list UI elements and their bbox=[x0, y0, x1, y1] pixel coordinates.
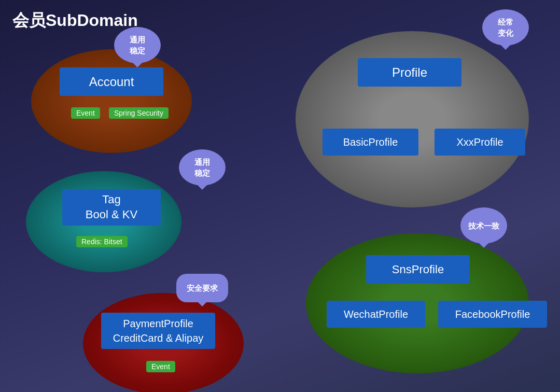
sns-profile-box: SnsProfile bbox=[366, 255, 470, 284]
profile-blob bbox=[296, 31, 529, 207]
wechat-profile-box: WechatProfile bbox=[327, 301, 425, 328]
tag-box: Tag Bool & KV bbox=[62, 189, 161, 226]
profile-box: Profile bbox=[358, 58, 461, 87]
page-title: 会员SubDomain bbox=[12, 9, 138, 32]
payment-box: PaymentProfile CreditCard & Alipay bbox=[101, 313, 215, 349]
callout-tech: 技术一致 bbox=[460, 207, 507, 244]
event-badge-account: Event bbox=[71, 107, 100, 119]
callout-change: 经常变化 bbox=[482, 9, 529, 46]
event-badge-payment: Event bbox=[146, 361, 175, 372]
redis-badge: Redis: Bitset bbox=[76, 236, 128, 247]
callout-stable2: 通用稳定 bbox=[179, 149, 226, 186]
callout-security: 安全要求 bbox=[176, 274, 228, 302]
callout-stable1-text: 通用稳定 bbox=[130, 34, 145, 56]
spring-security-badge: Spring Security bbox=[109, 107, 169, 119]
callout-change-text: 经常变化 bbox=[498, 17, 513, 38]
callout-security-text: 安全要求 bbox=[187, 283, 218, 293]
payment-line2: CreditCard & Alipay bbox=[113, 331, 204, 345]
callout-stable1: 通用稳定 bbox=[114, 27, 161, 63]
basic-profile-box: BasicProfile bbox=[323, 129, 418, 156]
payment-line1: PaymentProfile bbox=[123, 316, 193, 331]
callout-tech-text: 技术一致 bbox=[468, 220, 499, 231]
tag-line2: Bool & KV bbox=[86, 207, 137, 222]
account-box: Account bbox=[60, 67, 163, 96]
account-blob bbox=[31, 49, 192, 153]
xxx-profile-box: XxxProfile bbox=[435, 129, 525, 156]
callout-stable2-text: 通用稳定 bbox=[194, 157, 210, 178]
facebook-profile-box: FacebookProfile bbox=[438, 301, 547, 328]
tag-line1: Tag bbox=[102, 192, 120, 207]
